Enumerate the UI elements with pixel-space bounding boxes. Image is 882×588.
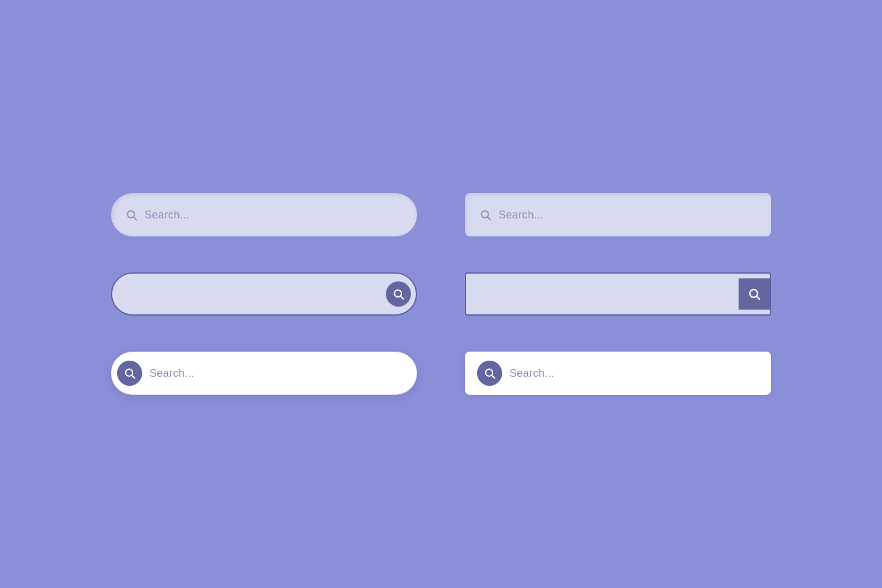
search-button-circle[interactable] <box>386 281 411 307</box>
search-placeholder: Search... <box>149 367 194 380</box>
search-placeholder: Search... <box>145 209 190 221</box>
search-bar-white-pill[interactable]: Search... <box>111 352 417 395</box>
search-bar-rect-light[interactable]: Search... <box>465 193 771 236</box>
svg-line-7 <box>757 296 760 299</box>
svg-line-5 <box>401 296 404 299</box>
search-bars-grid: Search... Search... <box>111 193 771 395</box>
svg-line-11 <box>492 376 495 379</box>
svg-line-3 <box>488 217 491 220</box>
search-bar-rounded-pill-light[interactable]: Search... <box>111 193 417 236</box>
search-icon <box>479 209 491 221</box>
search-button-square[interactable] <box>739 278 770 310</box>
search-bar-outlined-pill[interactable] <box>111 272 417 316</box>
search-placeholder: Search... <box>499 209 544 221</box>
search-icon-circle <box>477 361 502 386</box>
search-bar-outlined-rect[interactable] <box>465 272 771 316</box>
search-bar-white-rect[interactable]: Search... <box>465 352 771 395</box>
svg-line-9 <box>132 376 135 379</box>
search-icon-circle <box>117 361 142 386</box>
search-icon <box>125 209 137 221</box>
search-placeholder: Search... <box>509 367 554 380</box>
svg-line-1 <box>134 217 137 220</box>
